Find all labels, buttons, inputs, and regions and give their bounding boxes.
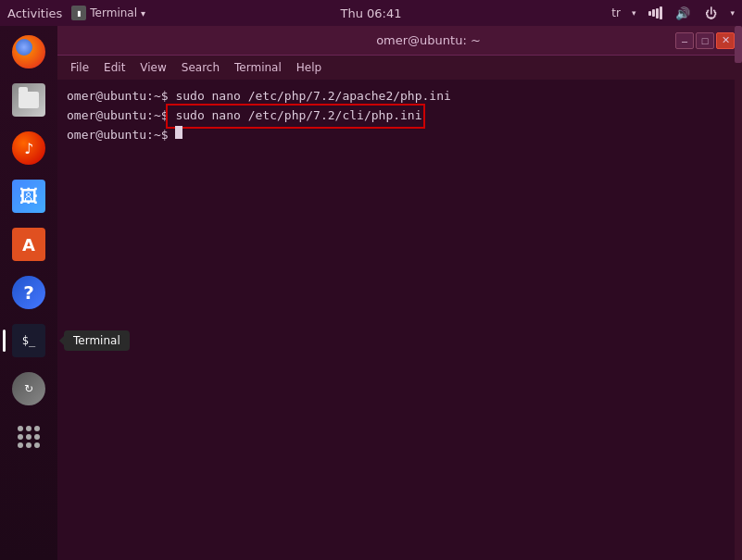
- scrollbar-track: [735, 26, 742, 560]
- terminal-title: omer@ubuntu: ~: [376, 33, 481, 47]
- menu-edit[interactable]: Edit: [98, 59, 131, 76]
- titlebar-controls: – □ ✕: [675, 32, 735, 49]
- locale-indicator[interactable]: tr: [611, 6, 621, 19]
- dock-item-terminal[interactable]: $_ Terminal: [6, 318, 51, 363]
- terminal-content[interactable]: omer@ubuntu:~$ sudo nano /etc/php/7.2/ap…: [57, 80, 742, 560]
- activities-button[interactable]: Activities: [7, 6, 62, 20]
- terminal-line-1: omer@ubuntu:~$ sudo nano /etc/php/7.2/ap…: [67, 87, 733, 106]
- power-icon[interactable]: ⏻: [702, 6, 719, 19]
- system-bar: Activities ▮ Terminal ▾ Thu 06:41 tr ▾ 🔊…: [0, 0, 742, 26]
- network-icon[interactable]: [647, 6, 663, 19]
- terminal-taskbar-icon: ▮: [71, 6, 86, 20]
- dock-item-updates[interactable]: ↻: [6, 367, 51, 411]
- dock-item-photos[interactable]: 🖼: [6, 174, 51, 218]
- appgrid-icon: [12, 420, 45, 454]
- menu-search[interactable]: Search: [176, 59, 225, 76]
- cursor: [175, 126, 182, 139]
- maximize-button[interactable]: □: [696, 32, 714, 49]
- terminal-dropdown-arrow: ▾: [141, 8, 145, 19]
- system-bar-right: tr ▾ 🔊 ⏻ ▾: [611, 6, 735, 19]
- terminal-dock-icon: $_: [12, 324, 45, 357]
- menu-terminal[interactable]: Terminal: [229, 59, 287, 76]
- terminal-titlebar: omer@ubuntu: ~ – □ ✕: [57, 26, 742, 56]
- terminal-window: omer@ubuntu: ~ – □ ✕ File Edit View Sear…: [57, 26, 742, 560]
- prompt-2: omer@ubuntu:~$: [67, 106, 169, 126]
- terminal-line-3: omer@ubuntu:~$: [67, 126, 733, 145]
- help-icon: ?: [12, 276, 45, 309]
- system-bar-left: Activities ▮ Terminal ▾: [7, 6, 145, 20]
- power-arrow: ▾: [730, 8, 735, 18]
- minimize-button[interactable]: –: [675, 32, 694, 49]
- cmd-3: [169, 126, 176, 145]
- dock-item-firefox[interactable]: [6, 30, 51, 74]
- files-icon: [12, 83, 45, 117]
- system-bar-clock: Thu 06:41: [340, 6, 401, 20]
- menu-help[interactable]: Help: [291, 59, 327, 76]
- prompt-3: omer@ubuntu:~$: [67, 126, 169, 145]
- terminal-menubar: File Edit View Search Terminal Help: [57, 56, 742, 80]
- volume-icon[interactable]: 🔊: [674, 6, 691, 19]
- cmd-1: sudo nano /etc/php/7.2/apache2/php.ini: [169, 87, 451, 106]
- dock-item-help[interactable]: ?: [6, 270, 51, 315]
- dock-item-files[interactable]: [6, 78, 51, 122]
- photos-icon: 🖼: [12, 180, 45, 213]
- terminal-line-2: omer@ubuntu:~$ sudo nano /etc/php/7.2/cl…: [67, 106, 733, 126]
- close-button[interactable]: ✕: [716, 32, 735, 49]
- terminal-taskbar-label: Terminal: [90, 6, 137, 19]
- software-icon: A: [12, 228, 45, 261]
- locale-arrow: ▾: [632, 8, 636, 18]
- dock-item-software[interactable]: A: [6, 222, 51, 267]
- firefox-icon: [12, 35, 45, 68]
- scrollbar-thumb[interactable]: [735, 26, 742, 63]
- dock-item-appgrid[interactable]: [6, 415, 51, 459]
- dock: 🖼 A ? $_ Terminal ↻: [0, 26, 57, 560]
- rhythmbox-icon: [12, 131, 45, 165]
- dock-item-rhythmbox[interactable]: [6, 126, 51, 170]
- cmd-2-highlighted: sudo nano /etc/php/7.2/cli/php.ini: [169, 106, 422, 126]
- terminal-indicator[interactable]: ▮ Terminal ▾: [71, 6, 145, 20]
- menu-view[interactable]: View: [134, 59, 171, 76]
- updates-icon: ↻: [12, 372, 45, 405]
- prompt-1: omer@ubuntu:~$: [67, 87, 169, 106]
- menu-file[interactable]: File: [65, 59, 94, 76]
